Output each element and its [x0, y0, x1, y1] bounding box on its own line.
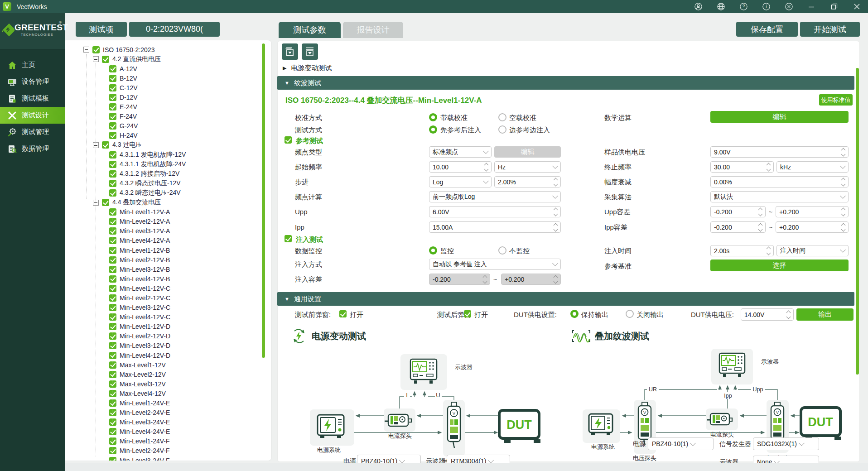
tree-row[interactable]: Min-Level3-12V-A [63, 226, 271, 236]
tree-row[interactable]: Min-Level1-12V-A [63, 207, 271, 217]
tree-row[interactable]: Min-Level2-12V-D [63, 332, 271, 341]
help-icon[interactable]: ? [732, 0, 755, 13]
tree-checkbox[interactable] [109, 332, 116, 340]
tree-row[interactable]: 4.3.1.2 跨接启动-12V [63, 169, 271, 178]
tree-item-label[interactable]: H-24V [120, 132, 138, 139]
tree-item-label[interactable]: Min-Level2-24V-E [120, 409, 170, 416]
save-config-button[interactable]: 保存配置 [736, 22, 798, 37]
ipp-tol-min-spinner[interactable]: -0.200 [710, 221, 766, 233]
tree-row[interactable]: 4.3.1.1 发电机故障-12V [63, 150, 271, 159]
tree-item-label[interactable]: Min-Level4-12V-B [120, 275, 170, 283]
tree-checkbox[interactable] [102, 56, 109, 63]
tree-row[interactable]: Max-Level4-12V [63, 389, 271, 398]
tree-item-label[interactable]: A-12V [120, 65, 137, 72]
radio-label[interactable]: 带载校准 [440, 114, 468, 122]
tree-row[interactable]: H-24V [63, 131, 271, 140]
tree-checkbox[interactable] [109, 256, 116, 264]
close-button[interactable] [845, 0, 868, 13]
test-item-name-input[interactable]: 0-2:2023VW80( [129, 22, 220, 37]
tree-item-label[interactable]: Min-Level3-12V-D [120, 342, 170, 349]
tree-item-label[interactable]: Min-Level2-12V-A [120, 218, 170, 225]
tree-row[interactable]: ISO 16750-2:2023 [63, 45, 271, 54]
tree-item-label[interactable]: 4.2 直流供电电压 [112, 55, 161, 63]
spinner-arrows-icon[interactable] [842, 208, 845, 216]
tree-row[interactable]: Min-Level1-12V-B [63, 245, 271, 255]
radio-label[interactable]: 边参考边注入 [509, 126, 550, 135]
tree-checkbox[interactable] [109, 227, 116, 235]
sidebar-item-devices[interactable]: 设备管理 [0, 73, 65, 90]
tree-row[interactable]: A-12V [63, 64, 271, 73]
tree-scrollbar[interactable] [262, 43, 265, 358]
tree-checkbox[interactable] [109, 208, 116, 216]
tree-checkbox[interactable] [109, 103, 116, 111]
tree-row[interactable]: Min-Level4-24V-E [63, 427, 271, 437]
tree-item-label[interactable]: Max-Level1-12V [120, 361, 166, 369]
tree-checkbox[interactable] [109, 361, 116, 369]
tree-item-label[interactable]: B-12V [120, 75, 137, 82]
tree-row[interactable]: Min-Level3-24V-F [63, 456, 271, 461]
user-icon[interactable] [687, 0, 709, 13]
tree-row[interactable]: Max-Level2-12V [63, 370, 271, 379]
tree-checkbox[interactable] [109, 437, 116, 445]
tree-checkbox[interactable] [109, 457, 116, 461]
tree-item-label[interactable]: Max-Level2-12V [120, 371, 166, 378]
tree-row[interactable]: Min-Level4-12V-C [63, 312, 271, 322]
tree-checkbox[interactable] [109, 132, 116, 139]
tree-checkbox[interactable] [109, 237, 116, 244]
main-scrollbar[interactable] [856, 68, 859, 375]
tree-row[interactable]: Max-Level3-12V [63, 379, 271, 389]
tree-row[interactable]: Min-Level2-24V-E [63, 408, 271, 418]
radio-label[interactable]: 空载校准 [509, 114, 536, 122]
tree-checkbox[interactable] [109, 113, 116, 120]
tree-checkbox[interactable] [109, 399, 116, 407]
tree-checkbox[interactable] [109, 313, 116, 321]
tree-row[interactable]: 4.4 叠加交流电压 [63, 198, 271, 207]
spinner-arrows-icon[interactable] [767, 163, 770, 171]
tree-item-label[interactable]: Min-Level4-12V-C [120, 313, 170, 321]
tree-checkbox[interactable] [109, 418, 116, 426]
tree-item-label[interactable]: Min-Level4-24V-E [120, 428, 170, 435]
tree-row[interactable]: Min-Level3-12V-D [63, 341, 271, 351]
tree-item-label[interactable]: Min-Level2-12V-C [120, 294, 170, 302]
tree-item-label[interactable]: Min-Level3-12V-A [120, 227, 170, 235]
tools-icon[interactable] [777, 0, 800, 13]
tree-checkbox[interactable] [109, 275, 116, 283]
tree-item-label[interactable]: 4.3 过电压 [112, 141, 142, 149]
checkbox-label[interactable]: 打开 [350, 311, 363, 319]
tree-checkbox[interactable] [109, 285, 116, 292]
radio-monitor[interactable] [429, 246, 437, 255]
radio-noload-calibration[interactable] [498, 113, 506, 121]
tree-item-label[interactable]: Max-Level4-12V [120, 390, 166, 397]
tree-item-label[interactable]: Max-Level3-12V [120, 380, 166, 388]
radio-label[interactable]: 保持输出 [581, 311, 608, 319]
tree-checkbox[interactable] [92, 46, 100, 53]
reference-base-select-button[interactable]: 选择 [710, 260, 849, 271]
maximize-button[interactable] [823, 0, 845, 13]
end-freq-spinner[interactable]: 30.00 [710, 161, 774, 173]
start-freq-spinner[interactable]: 10.00 [429, 161, 492, 173]
tree-checkbox[interactable] [109, 352, 116, 359]
tree-item-label[interactable]: 4.3.1.1 发电机故障-12V [120, 151, 186, 159]
step-mode-dropdown[interactable]: Log [429, 176, 492, 187]
start-freq-unit-dropdown[interactable]: Hz [494, 161, 561, 173]
dut-voltage-spinner[interactable]: 14.00V [741, 308, 794, 321]
tree-checkbox[interactable] [109, 84, 116, 91]
tree-row[interactable]: E-24V [63, 102, 271, 112]
radio-reference-then-inject[interactable] [429, 125, 437, 134]
tree-row[interactable]: Min-Level2-12V-A [63, 217, 271, 226]
radio-label[interactable]: 不监控 [509, 247, 530, 255]
step-value-spinner[interactable]: 2.00% [494, 176, 561, 187]
upp-tol-max-spinner[interactable]: +0.200 [776, 206, 849, 217]
tree-checkbox[interactable] [109, 409, 116, 416]
spinner-arrows-icon[interactable] [767, 247, 770, 255]
spinner-arrows-icon[interactable] [842, 149, 845, 156]
tree-item-label[interactable]: D-12V [120, 94, 138, 101]
tree-item-label[interactable]: 4.3.2 瞬态过电压-12V [120, 179, 181, 187]
tree-row[interactable]: Min-Level1-12V-D [63, 322, 271, 332]
freq-calc-dropdown[interactable]: 前一频点取Log [429, 191, 561, 202]
tree-item-label[interactable]: Min-Level3-12V-B [120, 266, 170, 273]
tree-checkbox[interactable] [109, 380, 116, 388]
tree-checkbox[interactable] [102, 141, 109, 149]
tree-item-label[interactable]: Min-Level2-12V-D [120, 332, 170, 340]
inject-time-unit-dropdown[interactable]: 注入时间 [776, 245, 849, 256]
